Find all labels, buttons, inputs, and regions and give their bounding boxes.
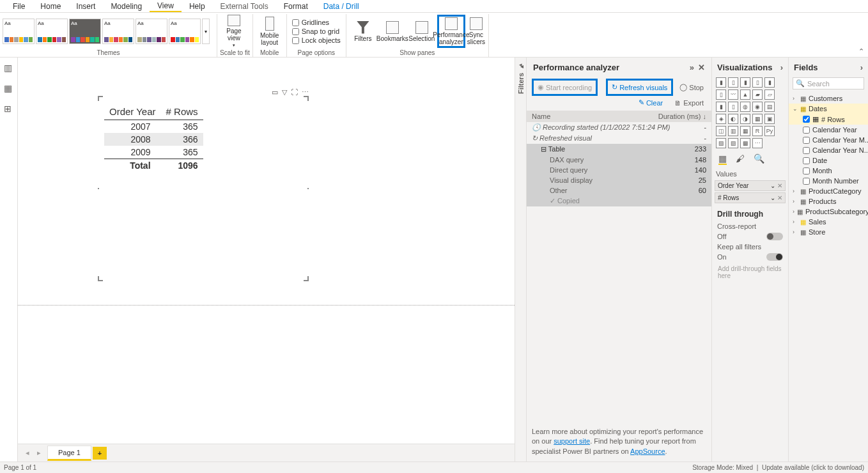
performance-analyzer-button[interactable]: Performance analyzer xyxy=(437,15,465,48)
filters-panel-collapsed[interactable]: ◂ Filters xyxy=(515,58,526,461)
viz-type-icon[interactable]: ▯ xyxy=(728,102,738,112)
refresh-visuals-button[interactable]: ↻ Refresh visuals xyxy=(606,79,673,96)
report-view-icon[interactable]: ▥ xyxy=(4,63,14,73)
viz-type-icon[interactable]: ◐ xyxy=(728,114,738,124)
remove-field-icon[interactable]: ✕ xyxy=(777,182,782,189)
support-site-link[interactable]: support site xyxy=(554,437,590,445)
gridlines-checkbox[interactable]: Gridlines xyxy=(292,19,341,26)
menu-external-tools[interactable]: External Tools xyxy=(213,0,276,12)
field-calendar-year[interactable]: Calendar Year xyxy=(789,125,868,135)
viz-panel-chevron-icon[interactable]: › xyxy=(780,63,783,72)
perf-panel-close-icon[interactable]: ✕ xyxy=(698,63,705,72)
viz-type-icon[interactable]: ▤ xyxy=(764,102,775,112)
theme-thumb-2[interactable]: Aa xyxy=(36,19,68,44)
menu-view[interactable]: View xyxy=(150,0,182,12)
viz-type-icon[interactable]: ▮ xyxy=(716,77,726,88)
theme-thumb-6[interactable]: Aa xyxy=(169,19,201,44)
themes-more[interactable]: ▾ xyxy=(202,19,210,44)
start-recording-button[interactable]: ◉ Start recording xyxy=(532,79,598,96)
status-update-link[interactable]: Update available (click to download) xyxy=(762,464,864,471)
viz-type-icon[interactable]: ◫ xyxy=(716,126,726,136)
perf-panel-expand-icon[interactable]: » xyxy=(690,63,694,72)
theme-thumb-5[interactable]: Aa xyxy=(136,19,167,44)
add-page-button[interactable]: + xyxy=(93,447,107,460)
viz-type-icon[interactable]: ▦ xyxy=(752,114,763,124)
viz-type-icon[interactable]: Py xyxy=(764,126,775,136)
visual-filter-icon[interactable]: ▽ xyxy=(282,88,287,97)
viz-type-icon[interactable]: ▧ xyxy=(716,138,726,148)
viz-type-icon[interactable]: ◑ xyxy=(740,114,750,124)
theme-thumb-1[interactable]: Aa xyxy=(3,19,35,44)
perf-row-copied[interactable]: ✓ Copied xyxy=(527,196,711,206)
collapse-perf-panel[interactable]: ◂ xyxy=(520,63,523,70)
viz-type-icon[interactable]: ◉ xyxy=(752,102,763,112)
viz-type-icon[interactable]: ▲ xyxy=(740,89,750,100)
analytics-tab-icon[interactable]: 🔍 xyxy=(754,153,764,165)
menu-file[interactable]: File xyxy=(5,0,33,12)
snap-to-grid-checkbox[interactable]: Snap to grid xyxy=(292,27,341,35)
viz-type-icon[interactable]: ▮ xyxy=(716,102,726,112)
viz-type-icon[interactable]: ▯ xyxy=(752,77,763,88)
lock-objects-checkbox[interactable]: Lock objects xyxy=(292,36,341,44)
mobile-layout-button[interactable]: Mobile layout xyxy=(256,15,284,48)
menu-modeling[interactable]: Modeling xyxy=(103,0,150,12)
data-view-icon[interactable]: ▦ xyxy=(4,83,14,93)
viz-type-icon[interactable]: R xyxy=(752,126,763,136)
viz-type-icon[interactable]: ▱ xyxy=(764,89,775,100)
viz-type-icon[interactable]: ◈ xyxy=(716,114,726,124)
page-prev[interactable]: ◂ xyxy=(22,449,33,457)
format-tab-icon[interactable]: 🖌 xyxy=(736,153,745,165)
menu-help[interactable]: Help xyxy=(182,0,213,12)
viz-type-icon[interactable]: 〰 xyxy=(728,89,738,100)
viz-type-icon[interactable]: ▯ xyxy=(728,77,738,88)
menu-format[interactable]: Format xyxy=(276,0,316,12)
table-dates[interactable]: ⌄▦Dates xyxy=(789,104,868,114)
sync-slicers-button[interactable]: Syncslicers xyxy=(467,15,486,48)
resize-handle[interactable] xyxy=(304,96,309,101)
table-product-subcategory[interactable]: ›▦ProductSubcategory xyxy=(789,206,868,217)
field-month-number[interactable]: Month Number xyxy=(789,176,868,186)
table-product-category[interactable]: ›▦ProductCategory xyxy=(789,186,868,196)
viz-type-icon[interactable]: ▮ xyxy=(764,77,775,88)
resize-handle[interactable] xyxy=(98,188,103,189)
filters-pane-button[interactable]: Filters xyxy=(349,15,377,48)
fields-tab-icon[interactable]: ▦ xyxy=(718,153,727,165)
viz-type-icon[interactable]: ▰ xyxy=(752,89,763,100)
field-calendar-year-n[interactable]: Calendar Year N... xyxy=(789,145,868,155)
field-well-order-year[interactable]: Order Year⌄ ✕ xyxy=(715,180,786,191)
appsource-link[interactable]: AppSource xyxy=(630,447,665,455)
menu-insert[interactable]: Insert xyxy=(68,0,103,12)
table-sales[interactable]: ›▦Sales xyxy=(789,217,868,227)
report-canvas[interactable]: ▭ ▽ ⛶ ⋯ Order Year # Rows 200 xyxy=(18,58,515,444)
menu-data-drill[interactable]: Data / Drill xyxy=(316,0,367,12)
resize-handle[interactable] xyxy=(98,96,103,101)
viz-type-icon[interactable]: ▥ xyxy=(728,126,738,136)
selection-pane-button[interactable]: Selection xyxy=(408,15,436,48)
cross-report-toggle[interactable] xyxy=(766,233,783,240)
model-view-icon[interactable]: ⊞ xyxy=(4,104,14,114)
menu-home[interactable]: Home xyxy=(33,0,68,12)
theme-thumb-3[interactable]: Aa xyxy=(69,19,101,44)
field-well-rows[interactable]: # Rows⌄ ✕ xyxy=(715,192,786,203)
viz-type-icon[interactable]: ◍ xyxy=(740,102,750,112)
field-rows[interactable]: ▦# Rows xyxy=(789,114,868,125)
viz-type-icon[interactable]: ▯ xyxy=(716,89,726,100)
theme-thumb-4[interactable]: Aa xyxy=(102,19,134,44)
clear-button[interactable]: ✎ Clear xyxy=(636,97,665,108)
perf-row-table[interactable]: ⊟ Table233 xyxy=(527,144,711,155)
resize-handle[interactable] xyxy=(304,188,309,189)
field-calendar-year-m[interactable]: Calendar Year M... xyxy=(789,135,868,145)
visual-drill-icon[interactable]: ▭ xyxy=(272,88,278,97)
table-products[interactable]: ›▦Products xyxy=(789,196,868,206)
resize-handle[interactable] xyxy=(304,276,309,281)
page-tab-1[interactable]: Page 1 xyxy=(47,446,91,461)
ribbon-collapse[interactable]: ⌃ xyxy=(855,46,868,57)
viz-type-icon[interactable]: ▣ xyxy=(764,114,775,124)
visual-focus-icon[interactable]: ⛶ xyxy=(291,88,298,97)
table-store[interactable]: ›▦Store xyxy=(789,227,868,237)
field-month[interactable]: Month xyxy=(789,166,868,176)
field-date[interactable]: Date xyxy=(789,155,868,166)
table-visual[interactable]: ▭ ▽ ⛶ ⋯ Order Year # Rows 200 xyxy=(98,96,309,281)
viz-type-icon[interactable]: ▩ xyxy=(740,138,750,148)
viz-type-icon[interactable]: ▮ xyxy=(740,77,750,88)
